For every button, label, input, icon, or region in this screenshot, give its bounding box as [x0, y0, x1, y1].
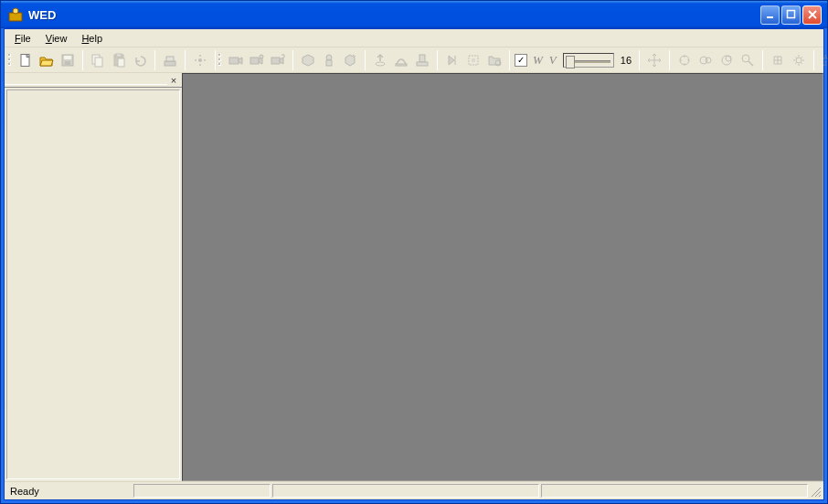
toolbar-separator — [669, 50, 670, 70]
svg-point-1 — [13, 8, 18, 14]
move-button[interactable] — [644, 50, 664, 70]
panel-body[interactable] — [6, 89, 180, 479]
object2-button[interactable] — [319, 50, 339, 70]
toolbar-group-sort: AZ AZ — [817, 50, 828, 70]
status-pane-1 — [133, 484, 271, 498]
build-button[interactable] — [160, 50, 180, 70]
camera3-button[interactable] — [268, 50, 288, 70]
tool3-button[interactable] — [717, 50, 737, 70]
window-title: WED — [27, 8, 760, 22]
run-button[interactable] — [190, 50, 210, 70]
toolbar-separator — [639, 50, 640, 70]
statusbar: Ready — [5, 481, 823, 499]
svg-rect-7 — [65, 61, 70, 65]
resize-grip-icon[interactable] — [809, 482, 823, 499]
menu-help[interactable]: Help — [75, 31, 109, 46]
panel-close-button[interactable]: × — [167, 74, 180, 87]
toolbar-separator — [292, 50, 293, 70]
sort-asc-button[interactable]: AZ — [819, 50, 828, 70]
svg-rect-27 — [396, 64, 407, 66]
app-window: WED File View Help — [0, 0, 828, 504]
tool1-button[interactable] — [674, 50, 695, 70]
select-button[interactable] — [463, 50, 483, 70]
w-toggle-button[interactable]: W — [530, 50, 546, 70]
toolbar-grip-icon[interactable] — [8, 50, 11, 70]
camera2-button[interactable] — [247, 50, 267, 70]
svg-point-15 — [198, 58, 202, 62]
object-button[interactable] — [298, 50, 318, 70]
toolbar-group-entity — [368, 50, 434, 70]
snap-button[interactable] — [768, 50, 788, 70]
entity1-button[interactable] — [370, 50, 390, 70]
toolbar-group-run — [188, 50, 212, 70]
window-controls — [760, 5, 822, 25]
wireframe-checkbox[interactable]: ✓ — [515, 54, 527, 67]
status-pane-2 — [272, 484, 539, 498]
svg-point-16 — [199, 55, 201, 57]
svg-point-22 — [260, 55, 263, 58]
zoom-button[interactable] — [738, 50, 758, 70]
tool2-button[interactable] — [695, 50, 716, 70]
toolbar-group-build — [158, 50, 182, 70]
grid-slider[interactable] — [563, 53, 614, 68]
svg-text:Z: Z — [823, 60, 828, 67]
save-button[interactable] — [58, 50, 78, 70]
toolbar-separator — [762, 50, 763, 70]
toolbar-group-tools — [673, 50, 759, 70]
new-button[interactable] — [16, 50, 36, 70]
toolbar-separator — [437, 50, 438, 70]
folder-button[interactable] — [484, 50, 504, 70]
v-toggle-button[interactable]: V — [547, 50, 559, 70]
toolbar-group-object — [296, 50, 362, 70]
toolbar-separator — [365, 50, 366, 70]
toolbar-separator — [82, 50, 83, 70]
svg-point-39 — [796, 58, 801, 63]
svg-rect-3 — [787, 11, 794, 18]
next-button[interactable] — [442, 50, 462, 70]
svg-rect-12 — [118, 58, 124, 67]
titlebar[interactable]: WED — [1, 1, 827, 28]
entity2-button[interactable] — [391, 50, 411, 70]
side-panel: × — [5, 73, 182, 481]
toolbar-separator — [185, 50, 186, 70]
toolbar-grip-icon[interactable] — [218, 50, 221, 70]
svg-text:A: A — [823, 54, 828, 60]
panel-tabbar: × — [5, 73, 182, 88]
workspace: × — [5, 73, 823, 481]
mdi-client-area[interactable] — [182, 73, 823, 481]
status-ready: Ready — [5, 482, 133, 499]
svg-rect-2 — [767, 16, 773, 18]
paste-button[interactable] — [109, 50, 129, 70]
toolbar: ✓ W V 16 AZ — [5, 47, 823, 73]
copy-button[interactable] — [88, 50, 108, 70]
object3-button[interactable] — [340, 50, 360, 70]
menu-file[interactable]: File — [8, 31, 37, 46]
svg-point-18 — [195, 59, 196, 61]
svg-rect-9 — [95, 58, 102, 67]
svg-point-34 — [700, 57, 707, 64]
close-button[interactable] — [802, 5, 822, 25]
camera-button[interactable] — [226, 50, 246, 70]
toolbar-separator — [813, 50, 814, 70]
toolbar-group-nav — [441, 50, 506, 70]
minimize-button[interactable] — [760, 5, 780, 25]
maximize-button[interactable] — [781, 5, 801, 25]
open-button[interactable] — [37, 50, 57, 70]
entity3-button[interactable] — [412, 50, 432, 70]
svg-point-35 — [706, 58, 711, 63]
svg-rect-23 — [271, 58, 280, 64]
client-area: File View Help — [4, 28, 824, 500]
svg-rect-28 — [419, 55, 425, 62]
menubar: File View Help — [5, 29, 823, 47]
svg-point-17 — [199, 64, 201, 66]
svg-rect-31 — [472, 58, 475, 62]
gear-button[interactable] — [789, 50, 809, 70]
undo-button[interactable] — [130, 50, 150, 70]
svg-rect-13 — [165, 61, 175, 66]
grid-value: 16 — [618, 55, 634, 66]
app-icon — [8, 7, 23, 22]
svg-rect-11 — [116, 54, 122, 57]
menu-view[interactable]: View — [39, 31, 74, 46]
svg-rect-21 — [250, 58, 259, 64]
toolbar-group-edit — [86, 50, 152, 70]
